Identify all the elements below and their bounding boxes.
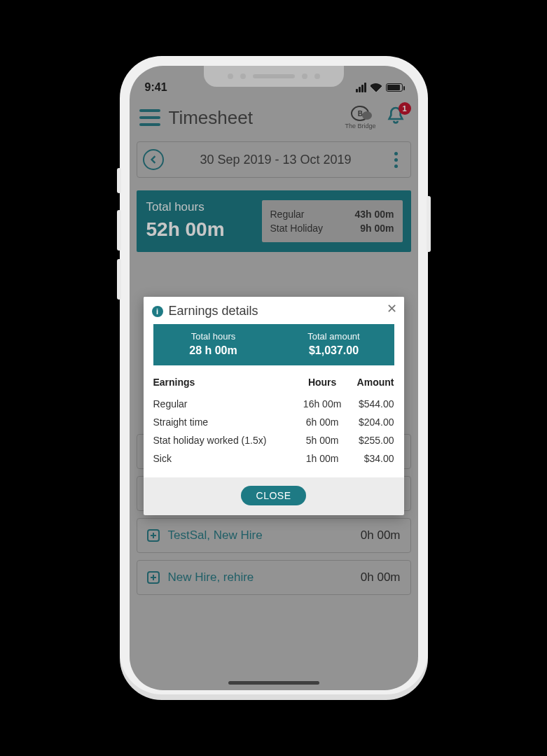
modal-title: Earnings details bbox=[169, 304, 258, 318]
col-hours: Hours bbox=[298, 374, 347, 395]
device-volume-down bbox=[117, 259, 121, 300]
device-volume-up bbox=[117, 210, 121, 251]
earnings-details-modal: i Earnings details ✕ Total hours 28 h 00… bbox=[144, 297, 404, 515]
phone-frame: 9:41 Timesheet B The Bridge 1 bbox=[120, 56, 428, 700]
summary-hours-value: 28 h 00m bbox=[153, 344, 274, 357]
table-row: Regular16h 00m$544.00 bbox=[153, 395, 394, 413]
modal-summary: Total hours 28 h 00m Total amount $1,037… bbox=[153, 324, 394, 365]
table-row: Straight time6h 00m$204.00 bbox=[153, 413, 394, 431]
summary-amount-value: $1,037.00 bbox=[274, 344, 394, 357]
table-row: Sick1h 00m$34.00 bbox=[153, 449, 394, 468]
table-row: Stat holiday worked (1.5x)5h 00m$255.00 bbox=[153, 431, 394, 449]
col-amount: Amount bbox=[347, 374, 394, 395]
summary-amount-label: Total amount bbox=[274, 331, 394, 342]
home-indicator[interactable] bbox=[228, 681, 319, 685]
earnings-table: Earnings Hours Amount Regular16h 00m$544… bbox=[153, 374, 394, 468]
device-mute-switch bbox=[117, 168, 121, 193]
info-icon: i bbox=[152, 306, 163, 317]
col-earnings: Earnings bbox=[153, 374, 298, 395]
close-icon[interactable]: ✕ bbox=[387, 302, 397, 315]
summary-hours-label: Total hours bbox=[153, 331, 274, 342]
device-power-button bbox=[427, 196, 431, 252]
close-button[interactable]: CLOSE bbox=[241, 486, 307, 505]
screen: 9:41 Timesheet B The Bridge 1 bbox=[130, 66, 418, 690]
